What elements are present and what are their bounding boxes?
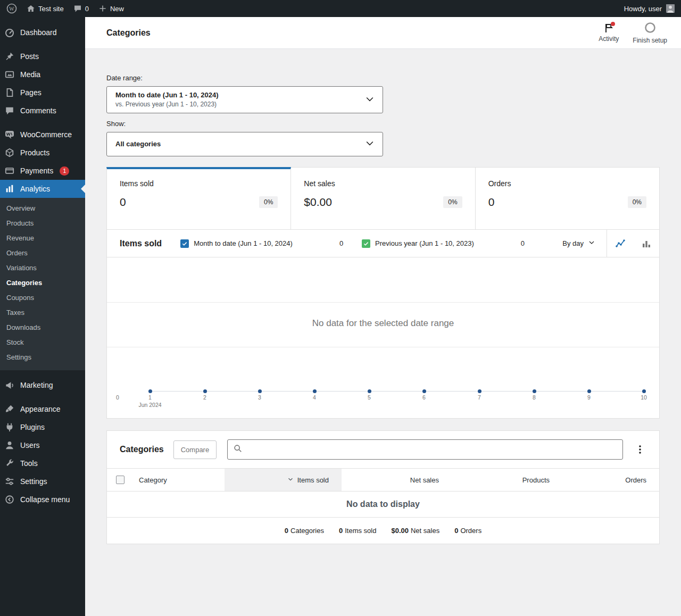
legend-checkbox-primary[interactable] [180,239,189,248]
finish-setup-button[interactable]: Finish setup [633,22,667,44]
submenu-item-overview[interactable]: Overview [0,201,85,216]
select-all-checkbox[interactable] [116,476,124,484]
sidebar-item-pages[interactable]: Pages [0,84,85,102]
analytics-submenu: Overview Products Revenue Orders Variati… [0,198,85,370]
page-header: Categories Activity Finish setup [85,17,681,49]
line-chart-icon[interactable] [607,230,633,257]
site-name: Test site [38,5,64,13]
compare-button[interactable]: Compare [173,440,217,459]
sidebar-item-plugins[interactable]: Plugins [0,418,85,436]
chart-data-point [258,389,262,393]
chart-plot-area: No data for the selected date range 0 1 … [107,257,659,418]
sidebar-item-posts[interactable]: Posts [0,47,85,65]
summary-net-sales: $0.00Net sales [391,527,439,535]
sidebar-item-appearance[interactable]: Appearance [0,400,85,418]
sidebar-item-products[interactable]: Products [0,144,85,162]
x-axis-tick: 2 [203,394,206,401]
column-header-net-sales[interactable]: Net sales [342,469,452,491]
gridline [107,347,659,347]
x-axis-tick: 6 [422,394,426,401]
stat-card-items-sold[interactable]: Items sold 0 0% [106,167,291,230]
bar-chart-icon[interactable] [633,230,659,257]
summary-items-sold: 0Items sold [339,527,376,535]
sidebar: Dashboard Posts Media Pages Comments Woo… [0,17,85,616]
x-axis-tick: 10 [641,394,647,401]
column-header-category[interactable]: Category [134,469,225,491]
x-axis-month-label: Jun 2024 [138,402,161,408]
home-icon [27,4,35,13]
submenu-item-variations[interactable]: Variations [0,261,85,276]
chart-data-point [478,389,481,393]
summary-stats: Items sold 0 0% Net sales $0.00 0% Order… [106,167,660,230]
date-range-value: Month to date (Jun 1 - 10, 2024) [115,91,359,99]
summary-orders: 0Orders [454,527,481,535]
sidebar-item-dashboard[interactable]: Dashboard [0,23,85,41]
site-link[interactable]: Test site [27,4,64,13]
chevron-down-icon [287,476,294,485]
sidebar-item-users[interactable]: Users [0,436,85,454]
submenu-item-orders[interactable]: Orders [0,246,85,261]
marketing-icon [4,380,15,390]
legend-item-current-period[interactable]: Month to date (Jun 1 - 10, 2024) 0 [180,239,343,248]
sidebar-item-collapse-menu[interactable]: Collapse menu [0,490,85,509]
show-label: Show: [106,120,660,128]
sidebar-item-media[interactable]: Media [0,65,85,84]
plugins-icon [4,422,15,432]
submenu-item-settings[interactable]: Settings [0,350,85,365]
dashboard-icon [4,27,15,38]
comments-shortcut[interactable]: 0 [73,4,89,13]
users-icon [4,440,15,451]
legend-checkbox-secondary[interactable] [362,239,370,248]
date-range-select[interactable]: Month to date (Jun 1 - 10, 2024) vs. Pre… [106,86,383,113]
legend-item-previous-period[interactable]: Previous year (Jun 1 - 10, 2023) 0 [362,239,525,248]
howdy-text: Howdy, user [624,5,662,13]
select-all-cell [107,469,134,491]
x-axis-tick: 4 [313,394,316,401]
column-header-items-sold[interactable]: Items sold [225,469,342,491]
column-header-products[interactable]: Products [452,469,562,491]
sidebar-item-settings[interactable]: Settings [0,472,85,490]
submenu-item-taxes[interactable]: Taxes [0,305,85,320]
media-icon [4,69,15,80]
column-header-orders[interactable]: Orders [562,469,659,491]
sidebar-item-tools[interactable]: Tools [0,454,85,472]
settings-icon [4,476,15,487]
chart-title: Items sold [120,239,162,248]
new-content-button[interactable]: New [98,4,124,13]
submenu-item-downloads[interactable]: Downloads [0,320,85,335]
sidebar-item-woocommerce[interactable]: WooCommerce [0,126,85,144]
search-input[interactable] [246,445,617,454]
sidebar-item-comments[interactable]: Comments [0,102,85,120]
stat-card-net-sales[interactable]: Net sales $0.00 0% [291,167,475,230]
submenu-item-revenue[interactable]: Revenue [0,231,85,246]
tools-icon [4,458,15,469]
submenu-item-categories[interactable]: Categories [0,276,85,290]
stat-delta-badge: 0% [443,196,462,208]
chart-zero-line [150,391,644,392]
submenu-item-coupons[interactable]: Coupons [0,290,85,305]
x-axis-tick: 0 [116,394,119,401]
submenu-item-stock[interactable]: Stock [0,335,85,350]
category-filter-select[interactable]: All categories [106,132,383,156]
activity-button[interactable]: Activity [599,22,619,44]
kebab-menu-icon[interactable] [634,443,646,456]
activity-unread-dot [611,22,615,26]
menu-separator [0,120,85,126]
sidebar-item-payments[interactable]: Payments 1 [0,162,85,180]
sidebar-item-analytics[interactable]: Analytics [0,180,85,198]
chart-interval-select[interactable]: By day [552,230,607,257]
submenu-item-products[interactable]: Products [0,216,85,231]
plus-icon [98,4,107,13]
account-menu[interactable]: Howdy, user [624,4,675,13]
chart-data-point [313,389,317,393]
wordpress-menu[interactable]: W [6,3,17,14]
pages-icon [4,87,15,98]
new-label: New [110,5,124,13]
x-axis-tick: 5 [368,394,371,401]
sidebar-item-marketing[interactable]: Marketing [0,376,85,394]
search-box[interactable] [227,439,623,460]
table-column-headers: Category Items sold Net sales Products O… [107,468,659,492]
stat-value: 0 [120,196,126,209]
stat-card-orders[interactable]: Orders 0 0% [476,167,660,230]
chart-data-point [533,389,536,393]
